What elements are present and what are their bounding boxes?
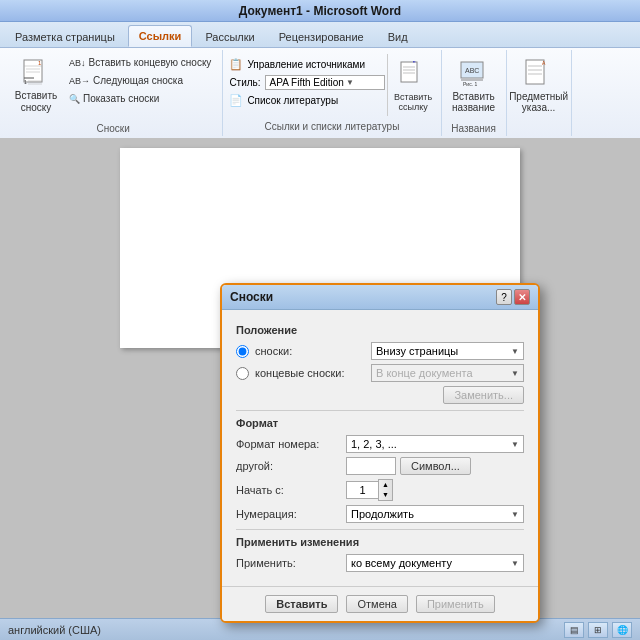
apply-to-arrow: ▼ bbox=[511, 559, 519, 568]
next-footnote-button[interactable]: AB→ Следующая сноска bbox=[64, 72, 216, 89]
tab-review[interactable]: Рецензирование bbox=[268, 26, 375, 47]
dialog-body: Положение сноски: Внизу страницы ▼ конце… bbox=[222, 310, 538, 586]
view-web-icon[interactable]: 🌐 bbox=[612, 622, 632, 638]
captions-group-label: Названия bbox=[451, 121, 496, 134]
dialog-footer: Вставить Отмена Применить bbox=[222, 586, 538, 621]
spinner-down-button[interactable]: ▼ bbox=[379, 490, 392, 500]
insert-endnote-button[interactable]: AB↓ Вставить концевую сноску bbox=[64, 54, 216, 71]
insert-caption-button[interactable]: ABC Рис. 1 Вставить название bbox=[448, 52, 500, 118]
view-reading-icon[interactable]: ⊞ bbox=[588, 622, 608, 638]
symbol-button[interactable]: Символ... bbox=[400, 457, 471, 475]
apply-section-label: Применить изменения bbox=[236, 536, 524, 548]
endnotes-radio[interactable] bbox=[236, 367, 249, 380]
next-footnote-icon: AB→ bbox=[69, 76, 90, 86]
citations-controls: 📋 Управление источниками Стиль: APA Fift… bbox=[229, 54, 384, 107]
footnotes-radio-row: сноски: Внизу страницы ▼ bbox=[236, 342, 524, 360]
citation-icon: " bbox=[397, 58, 429, 90]
dialog-help-button[interactable]: ? bbox=[496, 289, 512, 305]
style-dropdown-arrow: ▼ bbox=[346, 78, 354, 87]
footnotes-group-label: Сноски bbox=[97, 121, 130, 134]
spinner-up-button[interactable]: ▲ bbox=[379, 480, 392, 490]
numbering-row: Нумерация: Продолжить ▼ bbox=[236, 505, 524, 523]
numbering-control: Продолжить ▼ bbox=[346, 505, 524, 523]
insert-footnote-button[interactable]: 1 1 Вставитьсноску bbox=[10, 52, 62, 118]
dialog-close-button[interactable]: ✕ bbox=[514, 289, 530, 305]
start-at-control: ▲ ▼ bbox=[346, 479, 524, 501]
bibliography-label: Список литературы bbox=[247, 95, 338, 106]
cancel-button[interactable]: Отмена bbox=[346, 595, 407, 613]
ribbon-content: 1 1 Вставитьсноску AB↓ Вставить концевую… bbox=[0, 48, 640, 138]
dialog-title: Сноски bbox=[230, 290, 273, 304]
insert-button[interactable]: Вставить bbox=[265, 595, 338, 613]
footnotes-position-value: Внизу страницы bbox=[376, 345, 458, 357]
position-section-label: Положение bbox=[236, 324, 524, 336]
custom-mark-input[interactable] bbox=[346, 457, 396, 475]
endnotes-position-value: В конце документа bbox=[376, 367, 473, 379]
number-format-dropdown[interactable]: 1, 2, 3, ... ▼ bbox=[346, 435, 524, 453]
dialog-overlay: Сноски ? ✕ Положение сноски: bbox=[220, 283, 540, 623]
apply-to-row: Применить: ко всему документу ▼ bbox=[236, 554, 524, 572]
insert-citation-group: " Вставитьссылку bbox=[387, 54, 435, 116]
index-icon: A bbox=[523, 57, 555, 89]
style-label: Стиль: bbox=[229, 77, 260, 88]
numbering-label: Нумерация: bbox=[236, 508, 346, 520]
endnote-icon: AB↓ bbox=[69, 58, 86, 68]
start-at-label: Начать с: bbox=[236, 484, 346, 496]
ribbon-group-citations: 📋 Управление источниками Стиль: APA Fift… bbox=[223, 50, 441, 136]
ribbon-group-footnotes: 1 1 Вставитьсноску AB↓ Вставить концевую… bbox=[4, 50, 223, 136]
window-title: Документ1 - Microsoft Word bbox=[239, 4, 401, 18]
apply-to-control: ко всему документу ▼ bbox=[346, 554, 524, 572]
insert-citation-button[interactable]: " Вставитьссылку bbox=[391, 54, 435, 116]
show-footnotes-button[interactable]: 🔍 Показать сноски bbox=[64, 90, 216, 107]
bibliography-icon: 📄 bbox=[229, 94, 243, 107]
ribbon-group-captions: ABC Рис. 1 Вставить название Названия bbox=[442, 50, 507, 136]
style-value: APA Fifth Edition bbox=[270, 77, 344, 88]
captions-group-content: ABC Рис. 1 Вставить название bbox=[448, 52, 500, 121]
numbering-value: Продолжить bbox=[351, 508, 414, 520]
bibliography-row: 📄 Список литературы bbox=[229, 94, 384, 107]
apply-to-dropdown[interactable]: ко всему документу ▼ bbox=[346, 554, 524, 572]
tab-view[interactable]: Вид bbox=[377, 26, 419, 47]
insert-endnote-label: Вставить концевую сноску bbox=[89, 57, 212, 68]
endnotes-position-dropdown[interactable]: В конце документа ▼ bbox=[371, 364, 524, 382]
citations-group-content: 📋 Управление источниками Стиль: APA Fift… bbox=[229, 54, 434, 116]
manage-sources-icon: 📋 bbox=[229, 58, 243, 71]
index-button[interactable]: A Предметный указа... bbox=[513, 52, 565, 118]
insert-citation-label: Вставитьссылку bbox=[394, 92, 432, 112]
start-at-input[interactable] bbox=[346, 481, 378, 499]
tab-references[interactable]: Ссылки bbox=[128, 25, 193, 47]
show-footnotes-icon: 🔍 bbox=[69, 94, 80, 104]
caption-icon: ABC Рис. 1 bbox=[458, 57, 490, 89]
title-bar: Документ1 - Microsoft Word bbox=[0, 0, 640, 22]
replace-button[interactable]: Заменить... bbox=[443, 386, 524, 404]
tab-page-layout[interactable]: Разметка страницы bbox=[4, 26, 126, 47]
numbering-dropdown[interactable]: Продолжить ▼ bbox=[346, 505, 524, 523]
view-normal-icon[interactable]: ▤ bbox=[564, 622, 584, 638]
footnotes-position-dropdown[interactable]: Внизу страницы ▼ bbox=[371, 342, 524, 360]
svg-text:ABC: ABC bbox=[465, 67, 479, 74]
insert-footnote-label: Вставитьсноску bbox=[15, 90, 57, 114]
manage-sources-row: 📋 Управление источниками bbox=[229, 58, 384, 71]
numbering-arrow: ▼ bbox=[511, 510, 519, 519]
endnotes-radio-row: концевые сноски: В конце документа ▼ bbox=[236, 364, 524, 382]
footnote-icon: 1 1 bbox=[20, 56, 52, 88]
ribbon-group-index: A Предметный указа... bbox=[507, 50, 572, 136]
next-footnote-label: Следующая сноска bbox=[93, 75, 183, 86]
number-format-row: Формат номера: 1, 2, 3, ... ▼ bbox=[236, 435, 524, 453]
start-at-spinner: ▲ ▼ bbox=[346, 479, 393, 501]
style-dropdown[interactable]: APA Fifth Edition ▼ bbox=[265, 75, 385, 90]
language-indicator: английский (США) bbox=[8, 624, 101, 636]
dialog-titlebar: Сноски ? ✕ bbox=[222, 285, 538, 310]
format-section-label: Формат bbox=[236, 417, 524, 429]
apply-to-value: ко всему документу bbox=[351, 557, 452, 569]
svg-text:Рис. 1: Рис. 1 bbox=[463, 81, 477, 87]
tab-mailings[interactable]: Рассылки bbox=[194, 26, 265, 47]
endnotes-radio-label: концевые сноски: bbox=[255, 367, 365, 379]
footnotes-radio[interactable] bbox=[236, 345, 249, 358]
start-at-row: Начать с: ▲ ▼ bbox=[236, 479, 524, 501]
footnotes-dialog: Сноски ? ✕ Положение сноски: bbox=[220, 283, 540, 623]
apply-button[interactable]: Применить bbox=[416, 595, 495, 613]
number-format-value: 1, 2, 3, ... bbox=[351, 438, 397, 450]
number-format-arrow: ▼ bbox=[511, 440, 519, 449]
dialog-controls: ? ✕ bbox=[496, 289, 530, 305]
